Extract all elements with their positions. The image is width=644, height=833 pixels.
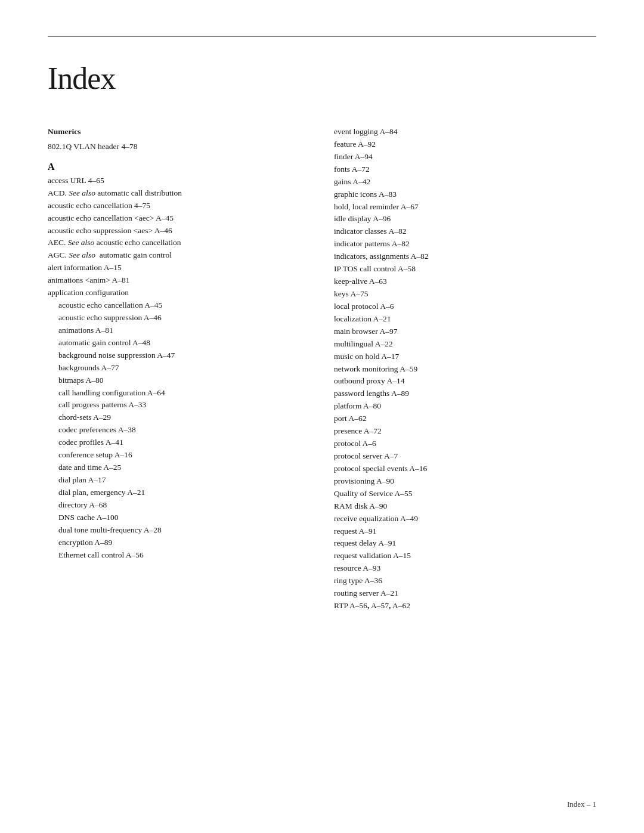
entry-app-dns-cache: DNS cache A–100	[48, 512, 310, 524]
top-rule	[48, 36, 596, 37]
entry-port: port A–62	[334, 413, 596, 425]
content-area: Numerics 802.1Q VLAN header 4–78 A acces…	[48, 126, 596, 612]
entry-app-call-handling: call handling configuration A–64	[48, 387, 310, 400]
entry-app-backgrounds: backgrounds A–77	[48, 362, 310, 374]
entry-rtp: RTP A–56, A–57, A–62	[334, 600, 596, 612]
entry-alert: alert information A–15	[48, 262, 310, 274]
entry-presence: presence A–72	[334, 425, 596, 438]
entry-app-dial-plan: dial plan A–17	[48, 474, 310, 487]
entry-platform: platform A–80	[334, 400, 596, 413]
entry-provisioning: provisioning A–90	[334, 475, 596, 488]
section-numerics: Numerics 802.1Q VLAN header 4–78	[48, 126, 310, 153]
entry-aec: AEC. See also acoustic echo cancellation	[48, 237, 310, 249]
entry-routing-server: routing server A–21	[334, 587, 596, 600]
entry-password-lengths: password lengths A–89	[334, 388, 596, 400]
entry-graphic-icons: graphic icons A–83	[334, 188, 596, 201]
entry-acd: ACD. See also automatic call distributio…	[48, 187, 310, 200]
entry-protocol-special-events: protocol special events A–16	[334, 463, 596, 475]
entry-app-animations: animations A–81	[48, 324, 310, 337]
entry-app-encryption: encryption A–89	[48, 537, 310, 549]
entry-protocol-server: protocol server A–7	[334, 450, 596, 463]
entry-acoustic-echo-suppression-aes: acoustic echo suppression <aes> A–46	[48, 225, 310, 237]
entry-animations: animations <anim> A–81	[48, 274, 310, 287]
entry-multilingual: multilingual A–22	[334, 338, 596, 351]
entry-hold: hold, local reminder A–67	[334, 201, 596, 213]
entry-app-acoustic-echo-cancel: acoustic echo cancellation A–45	[48, 299, 310, 312]
right-column: event logging A–84 feature A–92 finder A…	[334, 126, 596, 612]
entry-app-call-progress: call progress patterns A–33	[48, 399, 310, 411]
entry-app-acoustic-echo-suppress: acoustic echo suppression A–46	[48, 312, 310, 324]
entry-network-monitoring: network monitoring A–59	[334, 363, 596, 376]
entry-local-protocol: local protocol A–6	[334, 301, 596, 313]
entry-app-codec-prefs: codec preferences A–38	[48, 424, 310, 436]
entry-feature: feature A–92	[334, 138, 596, 151]
entry-finder: finder A–94	[334, 151, 596, 163]
entry-app-directory: directory A–68	[48, 499, 310, 512]
page-footer: Index – 1	[567, 800, 596, 809]
entry-app-bitmaps: bitmaps A–80	[48, 374, 310, 387]
entry-app-config: application configuration	[48, 287, 310, 299]
entry-ip-tos: IP TOS call control A–58	[334, 263, 596, 275]
entry-802: 802.1Q VLAN header 4–78	[48, 141, 310, 153]
entry-music-on-hold: music on hold A–17	[334, 351, 596, 363]
entry-acoustic-echo-cancellation: acoustic echo cancellation 4–75	[48, 200, 310, 212]
entry-app-dial-plan-emergency: dial plan, emergency A–21	[48, 487, 310, 499]
entry-acoustic-echo-cancellation-aec: acoustic echo cancellation <aec> A–45	[48, 212, 310, 225]
entry-idle-display: idle display A–96	[334, 213, 596, 225]
entry-ram-disk: RAM disk A–90	[334, 500, 596, 513]
section-header-numerics: Numerics	[48, 126, 310, 138]
entry-main-browser: main browser A–97	[334, 326, 596, 338]
page: Index Numerics 802.1Q VLAN header 4–78 A…	[0, 0, 644, 833]
entry-event-logging: event logging A–84	[334, 126, 596, 138]
section-a: A access URL 4–65 ACD. See also automati…	[48, 162, 310, 562]
left-column: Numerics 802.1Q VLAN header 4–78 A acces…	[48, 126, 310, 612]
entry-protocol: protocol A–6	[334, 438, 596, 450]
entry-app-conference: conference setup A–16	[48, 449, 310, 462]
entry-app-date-time: date and time A–25	[48, 462, 310, 474]
entry-keep-alive: keep-alive A–63	[334, 275, 596, 288]
entry-quality-of-service: Quality of Service A–55	[334, 488, 596, 500]
entry-app-codec-profiles: codec profiles A–41	[48, 436, 310, 449]
entry-app-bns: background noise suppression A–47	[48, 349, 310, 362]
entry-app-ethernet: Ethernet call control A–56	[48, 549, 310, 562]
entry-indicator-patterns: indicator patterns A–82	[334, 238, 596, 250]
entry-request-delay: request delay A–91	[334, 537, 596, 550]
entry-ring-type: ring type A–36	[334, 575, 596, 587]
entry-request: request A–91	[334, 525, 596, 538]
entry-app-chord-sets: chord-sets A–29	[48, 411, 310, 424]
entry-agc: AGC. See also automatic gain control	[48, 249, 310, 262]
page-title: Index	[48, 61, 596, 96]
entry-indicator-classes: indicator classes A–82	[334, 225, 596, 238]
entry-keys: keys A–75	[334, 288, 596, 301]
entry-gains: gains A–42	[334, 176, 596, 188]
entry-localization: localization A–21	[334, 313, 596, 326]
entry-indicators-assignments: indicators, assignments A–82	[334, 250, 596, 263]
alpha-header-a: A	[48, 162, 310, 172]
entry-app-dtmf: dual tone multi-frequency A–28	[48, 524, 310, 537]
entry-app-agc: automatic gain control A–48	[48, 337, 310, 349]
entry-request-validation: request validation A–15	[334, 550, 596, 562]
entry-receive-equalization: receive equalization A–49	[334, 513, 596, 525]
entry-fonts: fonts A–72	[334, 163, 596, 176]
entry-outbound-proxy: outbound proxy A–14	[334, 375, 596, 388]
entry-access-url: access URL 4–65	[48, 175, 310, 187]
entry-resource: resource A–93	[334, 562, 596, 575]
